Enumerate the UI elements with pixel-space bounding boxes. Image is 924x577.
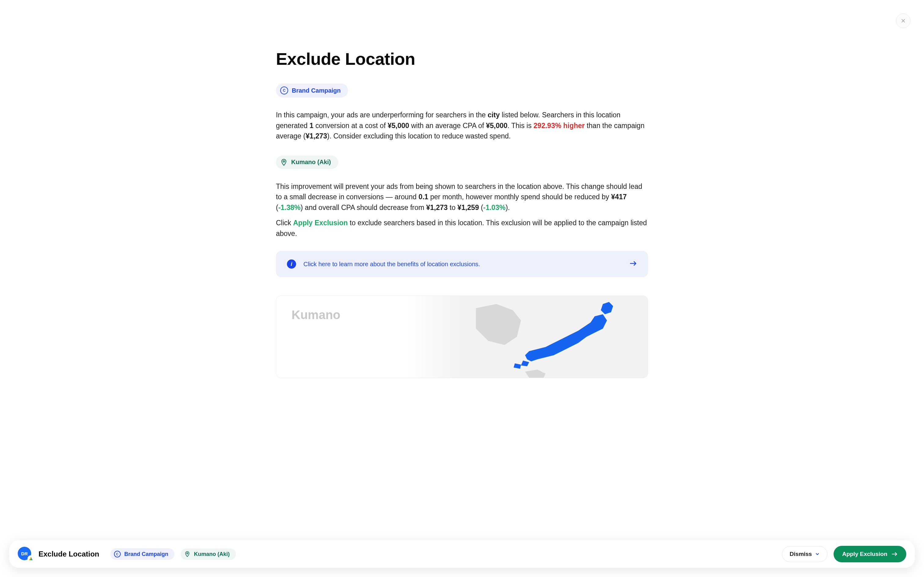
text-segment: In this campaign, your ads are underperf… xyxy=(276,111,488,119)
bold-to: ¥1,259 xyxy=(457,203,479,211)
map-card: Kumano xyxy=(276,295,648,378)
campaign-icon: C xyxy=(280,87,288,94)
map-label: Kumano xyxy=(291,308,340,322)
avatar-badge-icon xyxy=(27,555,34,562)
bold-avg: ¥1,273 xyxy=(306,132,327,140)
red-percent: 292.93% higher xyxy=(533,122,584,130)
bold-cost: ¥5,000 xyxy=(388,122,409,130)
map-japan-icon xyxy=(443,296,648,378)
apply-label: Apply Exclusion xyxy=(842,551,887,558)
bottom-campaign-pill[interactable]: C Brand Campaign xyxy=(110,548,174,560)
bottom-bar-title: Exclude Location xyxy=(39,550,99,558)
main-content: Exclude Location C Brand Campaign In thi… xyxy=(276,0,648,439)
info-banner-text: Click here to learn more about the benef… xyxy=(303,261,622,268)
bottom-location-name: Kumano (Aki) xyxy=(194,551,230,558)
bold-city: city xyxy=(488,111,500,119)
green-spend-pct: -1.38% xyxy=(278,203,301,211)
location-name: Kumano (Aki) xyxy=(291,159,331,166)
text-segment: ). xyxy=(505,203,510,211)
text-segment: . This is xyxy=(507,122,533,130)
dismiss-label: Dismiss xyxy=(790,551,812,558)
description-paragraph-1: In this campaign, your ads are underperf… xyxy=(276,110,648,142)
text-segment: per month, however monthly spend should … xyxy=(428,193,611,201)
text-segment: with an average CPA of xyxy=(409,122,486,130)
bold-decrease: 0.1 xyxy=(419,193,428,201)
info-banner[interactable]: i Click here to learn more about the ben… xyxy=(276,251,648,277)
text-segment: ( xyxy=(276,203,278,211)
svg-point-2 xyxy=(283,160,285,162)
bold-conversions: 1 xyxy=(309,122,314,130)
arrow-right-icon xyxy=(892,552,898,556)
bottom-location-pill[interactable]: Kumano (Aki) xyxy=(180,549,236,560)
location-pin-icon xyxy=(280,159,288,166)
bottom-action-bar: DR Exclude Location C Brand Campaign Kum… xyxy=(9,540,915,568)
text-segment: ). Consider excluding this location to r… xyxy=(327,132,511,140)
page-title: Exclude Location xyxy=(276,49,648,69)
campaign-icon: C xyxy=(114,551,121,558)
chevron-down-icon xyxy=(815,552,820,556)
bottom-campaign-name: Brand Campaign xyxy=(124,551,168,558)
description-paragraph-3: Click Apply Exclusion to exclude searche… xyxy=(276,218,648,239)
location-pill[interactable]: Kumano (Aki) xyxy=(276,156,338,169)
campaign-pill[interactable]: C Brand Campaign xyxy=(276,84,348,97)
arrow-right-icon xyxy=(630,261,637,267)
apply-exclusion-button[interactable]: Apply Exclusion xyxy=(834,546,906,562)
text-segment: to xyxy=(448,203,457,211)
close-button[interactable] xyxy=(896,13,911,28)
bold-spend: ¥417 xyxy=(611,193,627,201)
text-segment: ) and overall CPA should decrease from xyxy=(301,203,426,211)
text-segment: ( xyxy=(479,203,483,211)
campaign-name: Brand Campaign xyxy=(292,87,341,94)
close-icon xyxy=(900,18,906,24)
text-segment: conversion at a cost of xyxy=(314,122,388,130)
dismiss-button[interactable]: Dismiss xyxy=(782,546,827,562)
bold-cpa: ¥5,000 xyxy=(486,122,507,130)
svg-point-4 xyxy=(187,553,188,554)
location-pin-icon xyxy=(184,551,190,557)
avatar-stack: DR xyxy=(18,547,32,561)
bold-from: ¥1,273 xyxy=(426,203,448,211)
green-cpa-pct: -1.03% xyxy=(483,203,506,211)
info-icon: i xyxy=(287,259,296,269)
text-segment: Click xyxy=(276,219,293,227)
apply-link-text: Apply Exclusion xyxy=(293,219,348,227)
description-paragraph-2: This improvement will prevent your ads f… xyxy=(276,181,648,213)
